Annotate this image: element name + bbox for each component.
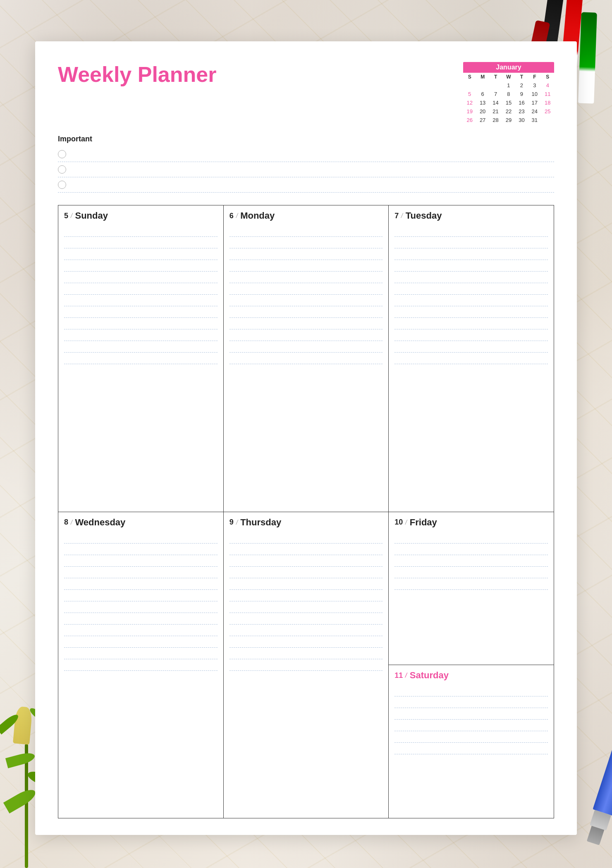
sunday-line-5[interactable] [64, 272, 218, 283]
wednesday-slash: / [70, 519, 73, 526]
wednesday-line-11[interactable] [64, 648, 218, 659]
checkbox-3[interactable] [58, 181, 66, 189]
cal-header-t2: T [515, 73, 528, 81]
thursday-line-7[interactable] [230, 601, 383, 613]
checkbox-1[interactable] [58, 150, 66, 158]
monday-line-1[interactable] [230, 225, 383, 237]
thursday-line-5[interactable] [230, 578, 383, 590]
wednesday-line-5[interactable] [64, 578, 218, 590]
saturday-line-6[interactable] [394, 743, 548, 754]
saturday-line-5[interactable] [394, 731, 548, 743]
monday-line-11[interactable] [230, 341, 383, 353]
tuesday-line-8[interactable] [394, 306, 548, 318]
thursday-line-1[interactable] [230, 532, 383, 544]
wednesday-line-10[interactable] [64, 636, 218, 648]
tuesday-lines [394, 225, 548, 507]
friday-line-1[interactable] [394, 532, 548, 544]
saturday-lines [394, 685, 548, 813]
tuesday-line-11[interactable] [394, 341, 548, 353]
sunday-line-1[interactable] [64, 225, 218, 237]
wednesday-number: 8 [64, 518, 68, 527]
sunday-line-11[interactable] [64, 341, 218, 353]
sunday-line-6[interactable] [64, 283, 218, 295]
cal-row-1: 1234 [463, 81, 554, 90]
tuesday-line-3[interactable] [394, 248, 548, 260]
saturday-line-4[interactable] [394, 720, 548, 731]
days-grid: 5 / Sunday 6 / [58, 205, 554, 818]
thursday-line-10[interactable] [230, 636, 383, 648]
wednesday-line-8[interactable] [64, 613, 218, 625]
saturday-line-1[interactable] [394, 685, 548, 696]
wednesday-header: 8 / Wednesday [64, 517, 218, 528]
tuesday-header: 7 / Tuesday [394, 210, 548, 221]
important-item-2[interactable] [58, 162, 554, 177]
cal-header-s2: S [541, 73, 554, 81]
monday-line-2[interactable] [230, 237, 383, 248]
monday-line-12[interactable] [230, 353, 383, 364]
important-item-3[interactable] [58, 177, 554, 193]
monday-line-9[interactable] [230, 318, 383, 329]
saturday-line-3[interactable] [394, 708, 548, 720]
sunday-line-2[interactable] [64, 237, 218, 248]
sunday-line-12[interactable] [64, 353, 218, 364]
tuesday-name: Tuesday [406, 210, 442, 221]
tuesday-line-9[interactable] [394, 318, 548, 329]
wednesday-line-7[interactable] [64, 601, 218, 613]
tuesday-line-1[interactable] [394, 225, 548, 237]
friday-line-4[interactable] [394, 567, 548, 578]
sunday-line-4[interactable] [64, 260, 218, 272]
friday-line-3[interactable] [394, 555, 548, 567]
wednesday-line-9[interactable] [64, 625, 218, 636]
wednesday-line-1[interactable] [64, 532, 218, 544]
important-item-1[interactable] [58, 147, 554, 162]
thursday-line-2[interactable] [230, 544, 383, 555]
friday-line-5[interactable] [394, 578, 548, 590]
sunday-line-7[interactable] [64, 295, 218, 306]
wednesday-line-2[interactable] [64, 544, 218, 555]
day-cell-sunday: 5 / Sunday [58, 205, 224, 512]
thursday-line-9[interactable] [230, 625, 383, 636]
thursday-line-11[interactable] [230, 648, 383, 659]
monday-lines [230, 225, 383, 507]
monday-line-8[interactable] [230, 306, 383, 318]
wednesday-line-12[interactable] [64, 659, 218, 671]
tuesday-line-4[interactable] [394, 260, 548, 272]
cal-row-5: 262728 293031 [463, 116, 554, 124]
tuesday-line-2[interactable] [394, 237, 548, 248]
thursday-line-8[interactable] [230, 613, 383, 625]
sunday-name: Sunday [75, 210, 108, 221]
friday-line-2[interactable] [394, 544, 548, 555]
monday-line-5[interactable] [230, 272, 383, 283]
tuesday-line-5[interactable] [394, 272, 548, 283]
monday-name: Monday [240, 210, 275, 221]
cal-header-m: M [476, 73, 489, 81]
wednesday-line-3[interactable] [64, 555, 218, 567]
thursday-lines [230, 532, 383, 813]
sunday-line-8[interactable] [64, 306, 218, 318]
thursday-line-3[interactable] [230, 555, 383, 567]
monday-header: 6 / Monday [230, 210, 383, 221]
sunday-line-10[interactable] [64, 329, 218, 341]
friday-lines [394, 532, 548, 660]
wednesday-line-4[interactable] [64, 567, 218, 578]
thursday-line-6[interactable] [230, 590, 383, 601]
important-section: Important [58, 135, 554, 193]
checkbox-2[interactable] [58, 165, 66, 174]
tuesday-line-12[interactable] [394, 353, 548, 364]
sunday-line-3[interactable] [64, 248, 218, 260]
thursday-line-4[interactable] [230, 567, 383, 578]
tuesday-line-10[interactable] [394, 329, 548, 341]
sunday-line-9[interactable] [64, 318, 218, 329]
monday-line-6[interactable] [230, 283, 383, 295]
wednesday-line-6[interactable] [64, 590, 218, 601]
monday-line-3[interactable] [230, 248, 383, 260]
friday-slash: / [405, 519, 408, 526]
monday-line-10[interactable] [230, 329, 383, 341]
thursday-line-12[interactable] [230, 659, 383, 671]
monday-line-4[interactable] [230, 260, 383, 272]
saturday-line-2[interactable] [394, 696, 548, 708]
tuesday-line-6[interactable] [394, 283, 548, 295]
monday-line-7[interactable] [230, 295, 383, 306]
header: Weekly Planner January S M T W T F S [58, 62, 554, 124]
tuesday-line-7[interactable] [394, 295, 548, 306]
